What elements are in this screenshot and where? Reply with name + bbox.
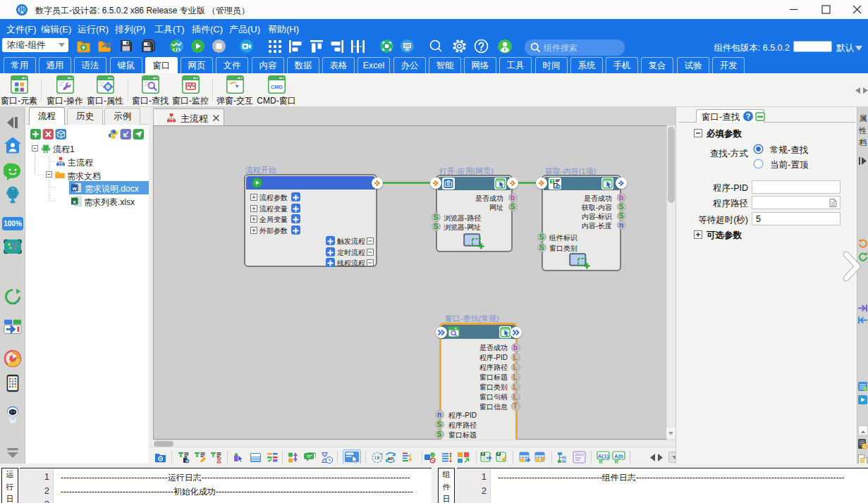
svg-text:A(1): A(1) (598, 453, 609, 459)
svg-text:i,k: i,k (375, 455, 381, 460)
svg-text:w: w (72, 185, 77, 192)
svg-text:Json: Json (575, 452, 584, 457)
svg-text:±n: ±n (388, 455, 394, 461)
svg-text:T: T (551, 179, 554, 184)
svg-text:X: X (497, 452, 499, 456)
svg-text:A|b: A|b (614, 453, 623, 459)
svg-text:CMD: CMD (270, 84, 283, 90)
svg-text:X: X (482, 452, 484, 456)
